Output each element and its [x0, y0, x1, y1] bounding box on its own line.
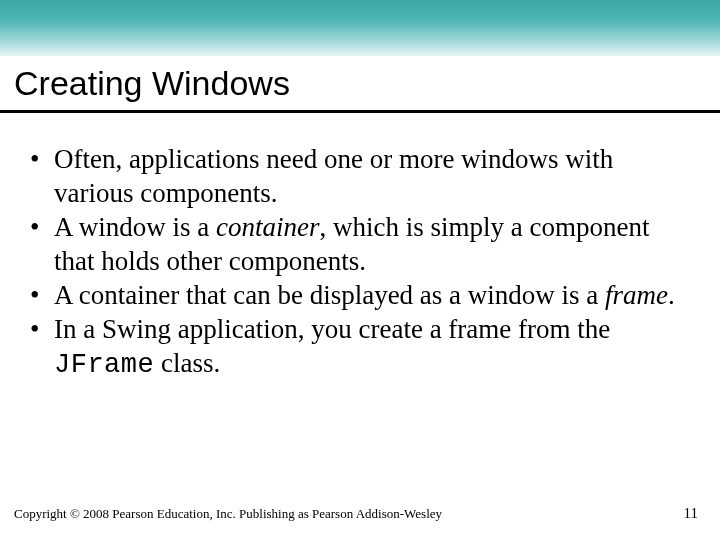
bullet-text-em: container [216, 212, 319, 242]
bullet-text-post: . [668, 280, 675, 310]
bullet-text-post: class. [154, 348, 220, 378]
bullet-text: In a Swing application, you create a fra… [54, 312, 680, 382]
bullet-text-pre: A container that can be displayed as a w… [54, 280, 605, 310]
page-number: 11 [684, 505, 698, 522]
bullet-item: • A window is a container, which is simp… [28, 210, 680, 278]
slide: Creating Windows • Often, applications n… [0, 0, 720, 540]
title-underline [0, 110, 720, 113]
bullet-text-pre: Often, applications need one or more win… [54, 144, 613, 208]
bullet-item: • In a Swing application, you create a f… [28, 312, 680, 382]
header-banner [0, 0, 720, 56]
bullet-dot-icon: • [28, 142, 54, 210]
copyright-footer: Copyright © 2008 Pearson Education, Inc.… [14, 506, 442, 522]
bullet-text: A container that can be displayed as a w… [54, 278, 680, 312]
bullet-text: A window is a container, which is simply… [54, 210, 680, 278]
bullet-dot-icon: • [28, 210, 54, 278]
bullet-text-code: JFrame [54, 350, 154, 380]
bullet-item: • A container that can be displayed as a… [28, 278, 680, 312]
slide-title: Creating Windows [14, 64, 290, 103]
bullet-text-pre: A window is a [54, 212, 216, 242]
bullet-text-pre: In a Swing application, you create a fra… [54, 314, 610, 344]
bullet-text-em: frame [605, 280, 668, 310]
slide-body: • Often, applications need one or more w… [28, 142, 680, 382]
bullet-dot-icon: • [28, 278, 54, 312]
bullet-dot-icon: • [28, 312, 54, 382]
bullet-text: Often, applications need one or more win… [54, 142, 680, 210]
bullet-item: • Often, applications need one or more w… [28, 142, 680, 210]
